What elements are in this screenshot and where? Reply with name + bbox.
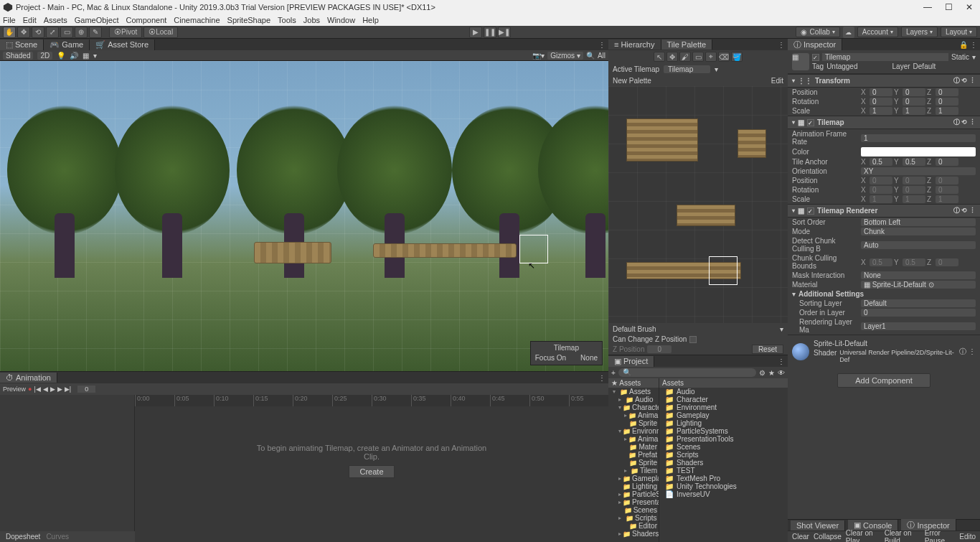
brush-tool-icon[interactable]: 🖌 xyxy=(679,52,691,62)
collapse-button[interactable]: Collapse xyxy=(814,533,842,541)
tab-asset-store[interactable]: 🛒 Asset Store xyxy=(90,39,155,50)
palette-dropdown[interactable]: New Palette xyxy=(613,77,651,85)
menu-component[interactable]: Component xyxy=(126,16,166,24)
menu-file[interactable]: File xyxy=(3,16,16,24)
error-pause-button[interactable]: Error Pause xyxy=(925,529,956,543)
shading-dropdown[interactable]: Shaded xyxy=(3,52,33,60)
material-preview[interactable]: Sprite-Lit-Default ShaderUniversal Rende… xyxy=(788,335,980,368)
list-item[interactable]: 📁PresentationTools xyxy=(659,435,788,443)
hidden-icon[interactable]: 👁 xyxy=(778,369,785,377)
brush-dropdown[interactable]: Default Brush xyxy=(613,325,656,333)
tab-tile-palette[interactable]: Tile Palette xyxy=(661,39,713,50)
clear-on-build-button[interactable]: Clear on Build xyxy=(885,529,920,543)
project-search[interactable]: 🔍 xyxy=(618,368,756,377)
menu-jobs[interactable]: Jobs xyxy=(303,16,320,24)
record-icon[interactable]: ● xyxy=(28,386,32,393)
dopesheet-tab[interactable]: Dopesheet xyxy=(6,533,40,541)
sorting-layer-dropdown[interactable]: Default xyxy=(861,299,976,307)
collab-dropdown[interactable]: ◉ Collab xyxy=(796,27,839,37)
menu-cinemachine[interactable]: Cinemachine xyxy=(174,16,220,24)
color-field[interactable] xyxy=(861,147,976,156)
timeline-ruler[interactable]: 0:000:050:100:150:200:250:300:350:400:45… xyxy=(135,395,608,406)
editor-button[interactable]: Edito xyxy=(959,533,976,541)
account-dropdown[interactable]: Account xyxy=(857,27,898,37)
menu-assets[interactable]: Assets xyxy=(44,16,67,24)
prev-frame-icon[interactable]: ◀ xyxy=(43,386,48,393)
tree-item[interactable]: ▸📁Shaders xyxy=(608,530,659,538)
tree-item[interactable]: ▾📁Environm xyxy=(608,427,659,435)
project-list[interactable]: Assets 📁Audio📁Character📁Environment📁Game… xyxy=(659,378,788,542)
list-item[interactable]: 📁TEST xyxy=(659,467,788,475)
tree-item[interactable]: ▾📁Characte xyxy=(608,403,659,411)
tab-project[interactable]: ▣ Project xyxy=(608,356,654,367)
panel-options-icon[interactable]: ⋮ xyxy=(775,41,788,49)
tile-palette-grid[interactable] xyxy=(608,86,788,323)
move-tool-icon[interactable]: ✥ xyxy=(666,52,678,62)
tree-item[interactable]: ▸📁Anima xyxy=(608,411,659,419)
shader-dropdown[interactable]: Universal Render Pipeline/2D/Sprite-Lit-… xyxy=(839,349,955,363)
edit-button[interactable]: Edit xyxy=(771,77,783,85)
list-item[interactable]: 📁Character xyxy=(659,396,788,403)
step-button[interactable]: ▶❚ xyxy=(498,27,511,38)
tree-item[interactable]: 📁Sprite xyxy=(608,419,659,427)
tree-item[interactable]: ▸📁Scripts xyxy=(608,514,659,522)
tilemap-renderer-component[interactable]: ▾▦ Tilemap Rendererⓘ ⟲ ⋮ xyxy=(788,204,980,218)
menu-window[interactable]: Window xyxy=(327,16,355,24)
mask-dropdown[interactable]: None xyxy=(861,271,976,279)
menu-edit[interactable]: Edit xyxy=(23,16,37,24)
project-tree[interactable]: ★ Assets ▾📁Assets▸📁Audio▾📁Characte▸📁Anim… xyxy=(608,378,659,542)
next-frame-icon[interactable]: ▶ xyxy=(57,386,62,393)
active-tilemap-dropdown[interactable]: Tilemap xyxy=(664,65,710,73)
list-item[interactable]: 📁Environment xyxy=(659,403,788,411)
select-tool-icon[interactable]: ↖ xyxy=(654,52,665,62)
list-item[interactable]: 📁Shaders xyxy=(659,459,788,467)
rendering-layer-dropdown[interactable]: Layer1 xyxy=(861,322,976,330)
panel-options-icon[interactable]: ⋮ xyxy=(595,41,608,49)
material-field[interactable]: ▦ Sprite-Lit-Default ⊙ xyxy=(861,281,976,289)
rotate-tool-icon[interactable]: ⟲ xyxy=(32,27,44,38)
tree-item[interactable]: ▸📁ParticleS xyxy=(608,490,659,498)
fill-tool-icon[interactable]: 🪣 xyxy=(731,52,743,62)
focus-dropdown[interactable]: None xyxy=(580,354,598,362)
tree-item[interactable]: ▸📁Audio xyxy=(608,396,659,403)
add-component-button[interactable]: Add Component xyxy=(837,373,930,388)
zpos-field[interactable]: 0 xyxy=(647,345,672,353)
custom-tool-icon[interactable]: ✎ xyxy=(89,27,102,38)
pause-button[interactable]: ❚❚ xyxy=(484,27,496,38)
list-item[interactable]: 📁Scripts xyxy=(659,451,788,459)
tree-item[interactable]: 📁Mater xyxy=(608,443,659,451)
tab-inspector[interactable]: ⓘ Inspector xyxy=(788,39,842,51)
detect-dropdown[interactable]: Auto xyxy=(861,241,976,249)
layer-dropdown[interactable]: Default xyxy=(913,62,976,70)
layout-dropdown[interactable]: Layout xyxy=(941,27,977,37)
static-dropdown[interactable]: ▾ xyxy=(972,53,976,61)
menu-tools[interactable]: Tools xyxy=(278,16,296,24)
last-frame-icon[interactable]: ▶| xyxy=(65,386,71,393)
play-button[interactable]: ▶ xyxy=(469,27,482,38)
search-icon[interactable]: 🔍 xyxy=(586,52,595,60)
local-toggle[interactable]: ⦿Local xyxy=(143,27,178,38)
fx-icon[interactable]: ▦ xyxy=(83,52,89,60)
z-checkbox[interactable] xyxy=(689,336,697,343)
order-field[interactable]: 0 xyxy=(861,309,976,317)
list-item[interactable]: 📁ParticleSystems xyxy=(659,427,788,435)
play-icon[interactable]: ▶ xyxy=(50,386,55,393)
transform-component[interactable]: ▾⋮⋮ Transformⓘ ⟲ ⋮ xyxy=(788,74,980,88)
layers-dropdown[interactable]: Layers xyxy=(901,27,938,37)
tag-dropdown[interactable]: Untagged xyxy=(826,62,889,70)
move-tool-icon[interactable]: ✥ xyxy=(17,27,30,38)
tree-item[interactable]: ▸📁Tilem xyxy=(608,467,659,475)
sort-order-dropdown[interactable]: Bottom Left xyxy=(861,218,976,226)
transform-tool-icon[interactable]: ⊕ xyxy=(75,27,88,38)
menu-help[interactable]: Help xyxy=(362,16,379,24)
maximize-button[interactable]: ☐ xyxy=(945,2,953,12)
clear-on-play-button[interactable]: Clear on Play xyxy=(846,529,880,543)
tree-item[interactable]: ▸📁Anima xyxy=(608,435,659,443)
frame-field[interactable]: 0 xyxy=(77,386,95,393)
clear-button[interactable]: Clear xyxy=(792,533,809,541)
tree-item[interactable]: ▸📁Gamepla xyxy=(608,475,659,482)
box-tool-icon[interactable]: ▭ xyxy=(692,52,704,62)
tree-item[interactable]: ▸📁Presenta xyxy=(608,498,659,506)
reset-button[interactable]: Reset xyxy=(752,345,783,354)
tab-game[interactable]: 🎮 Game xyxy=(44,39,90,50)
